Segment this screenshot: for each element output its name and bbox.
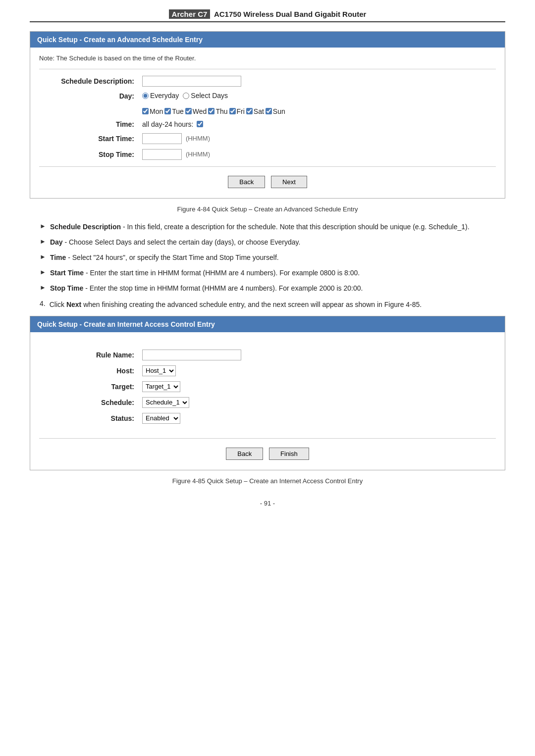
bullet-arrow-3: ► <box>40 253 46 260</box>
page-header: Archer C7 AC1750 Wireless Dual Band Giga… <box>30 10 505 22</box>
rule-name-value <box>138 347 496 363</box>
bullet-desc-4: - Enter the start time in HHMM format (H… <box>84 269 360 277</box>
day-mon: Mon <box>142 107 163 115</box>
status-select[interactable]: Enabled Disabled <box>142 413 180 424</box>
days-checkboxes: Mon Tue Wed Thu <box>138 103 496 118</box>
bullet-stop-time: ► Stop Time - Enter the stop time in HHM… <box>30 283 505 294</box>
schedule-label: Schedule: <box>39 395 138 410</box>
router-title: AC1750 Wireless Dual Band Gigabit Router <box>214 10 366 18</box>
panel-schedule-header: Quick Setup - Create an Advanced Schedul… <box>30 32 505 48</box>
selectdays-label: Select Days <box>191 92 228 100</box>
bullet-desc-2: - Choose Select Days and select the cert… <box>63 238 301 246</box>
day-wed: Wed <box>185 107 207 115</box>
days-empty-label <box>39 103 138 118</box>
panel2-divider <box>39 438 496 439</box>
status-label: Status: <box>39 410 138 426</box>
bullet-arrow-1: ► <box>40 222 46 230</box>
everyday-radio[interactable] <box>142 93 149 99</box>
sun-label: Sun <box>273 107 285 115</box>
access-form: Rule Name: Host: Host_1 Target: Target_1 <box>39 347 496 426</box>
figure2-caption: Figure 4-85 Quick Setup – Create an Inte… <box>30 477 505 485</box>
page-footer: - 91 - <box>30 500 505 507</box>
schedule-select[interactable]: Schedule_1 <box>142 397 189 408</box>
bullet-day: ► Day - Choose Select Days and select th… <box>30 237 505 248</box>
finish-button[interactable]: Finish <box>269 448 309 460</box>
next-button-1[interactable]: Next <box>271 176 307 188</box>
allday-text: all day-24 hours: <box>142 120 194 128</box>
bullet-arrow-4: ► <box>40 268 46 276</box>
bullet-time: ► Time - Select "24 hours", or specify t… <box>30 252 505 263</box>
bullet-term-5: Stop Time <box>50 284 83 292</box>
panel1-buttons: Back Next <box>39 171 496 191</box>
stop-time-hint: (HHMM) <box>186 151 210 158</box>
start-time-input[interactable] <box>142 133 182 144</box>
tue-checkbox[interactable] <box>164 108 171 114</box>
panel-divider <box>39 69 496 69</box>
bullet-arrow-2: ► <box>40 238 46 245</box>
bullet-desc-1: - In this field, create a description fo… <box>121 223 470 231</box>
bullet-text-4: Start Time - Enter the start time in HHM… <box>50 268 360 278</box>
bullet-term-4: Start Time <box>50 269 84 277</box>
tue-label: Tue <box>172 107 184 115</box>
item-num: 4. <box>40 300 46 307</box>
schedule-note: Note: The Schedule is based on the time … <box>39 54 496 62</box>
thu-checkbox[interactable] <box>208 108 214 114</box>
day-row: Day: Everyday Select Days <box>39 89 496 103</box>
stop-time-input[interactable] <box>142 149 182 160</box>
bullet-text-3: Time - Select "24 hours", or specify the… <box>50 252 279 263</box>
schedule-desc-row: Schedule Description: <box>39 73 496 89</box>
wed-checkbox[interactable] <box>185 108 192 114</box>
day-sat: Sat <box>246 107 264 115</box>
day-label: Day: <box>39 89 138 103</box>
everyday-radio-label[interactable]: Everyday <box>142 92 179 100</box>
stop-time-row: Stop Time: (HHMM) <box>39 147 496 162</box>
bullet-text-2: Day - Choose Select Days and select the … <box>50 237 301 248</box>
schedule-desc-input[interactable] <box>142 76 241 87</box>
rule-name-row: Rule Name: <box>39 347 496 363</box>
stop-time-label: Stop Time: <box>39 147 138 162</box>
fri-checkbox[interactable] <box>229 108 236 114</box>
days-row: Mon Tue Wed Thu <box>142 107 492 115</box>
brand-title: Archer C7 AC1750 Wireless Dual Band Giga… <box>169 10 367 18</box>
item-bold: Next <box>66 301 81 308</box>
fri-label: Fri <box>237 107 245 115</box>
bullet-start-time: ► Start Time - Enter the start time in H… <box>30 268 505 278</box>
panel-divider2 <box>39 166 496 167</box>
item-text: Click Next when finishing creating the a… <box>50 300 422 310</box>
time-label: Time: <box>39 118 138 131</box>
stop-time-value: (HHMM) <box>138 147 496 162</box>
sat-checkbox[interactable] <box>246 108 253 114</box>
day-options: Everyday Select Days <box>138 89 496 103</box>
start-time-hint: (HHMM) <box>186 135 210 142</box>
sun-checkbox[interactable] <box>266 108 272 114</box>
bullet-term-1: Schedule Description <box>50 223 121 231</box>
schedule-value: Schedule_1 <box>138 395 496 410</box>
rule-name-input[interactable] <box>142 350 241 360</box>
wed-label: Wed <box>193 107 207 115</box>
panel-schedule-body: Note: The Schedule is based on the time … <box>30 48 505 198</box>
day-thu: Thu <box>208 107 227 115</box>
host-select[interactable]: Host_1 <box>142 365 176 376</box>
everyday-label: Everyday <box>150 92 179 100</box>
thu-label: Thu <box>215 107 227 115</box>
rule-name-label: Rule Name: <box>39 347 138 363</box>
item-text-before: Click <box>50 301 66 308</box>
sat-label: Sat <box>254 107 264 115</box>
schedule-desc-value <box>138 73 496 89</box>
host-label: Host: <box>39 363 138 379</box>
panel-access-control: Quick Setup - Create an Internet Access … <box>30 316 505 470</box>
selectdays-radio[interactable] <box>183 93 189 99</box>
target-label: Target: <box>39 379 138 395</box>
target-select[interactable]: Target_1 <box>142 381 180 392</box>
panel-access-header: Quick Setup - Create an Internet Access … <box>30 316 505 332</box>
panel-schedule-entry: Quick Setup - Create an Advanced Schedul… <box>30 31 505 199</box>
mon-checkbox[interactable] <box>142 108 149 114</box>
page-number: - 91 - <box>260 500 275 507</box>
back-button-1[interactable]: Back <box>228 176 265 188</box>
back-button-2[interactable]: Back <box>226 448 263 460</box>
bullet-term-3: Time <box>50 253 66 261</box>
selectdays-radio-label[interactable]: Select Days <box>183 92 228 100</box>
bullet-schedule-desc: ► Schedule Description - In this field, … <box>30 222 505 232</box>
numbered-item-4: 4. Click Next when finishing creating th… <box>30 300 505 310</box>
allday-checkbox[interactable] <box>197 121 203 127</box>
